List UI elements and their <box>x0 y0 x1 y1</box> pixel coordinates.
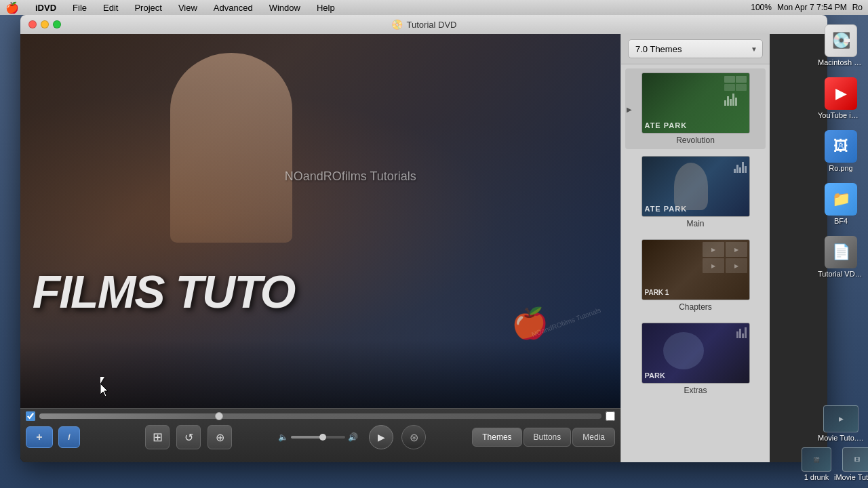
play-icon: ▶ <box>378 432 385 443</box>
loop-button[interactable]: ↺ <box>176 425 201 449</box>
desktop-icon-bf4[interactable]: 📁 BF4 <box>816 180 865 228</box>
app-window: 📀 Tutorial DVD FILMS TUTO NOandROfilms T… <box>20 15 827 462</box>
bottom-icon-movie-tuto[interactable]: ▶ Movie Tuto...mp4 <box>818 405 864 442</box>
theme-item-chapters[interactable]: PARK 1 ▶ ▶ ▶ ▶ Chapters <box>625 235 766 316</box>
spinner-icon: ⊛ <box>410 431 418 444</box>
minimize-button[interactable] <box>41 20 49 28</box>
volume-min-icon: 🔈 <box>278 432 288 442</box>
bottom-icons-row: 🎬 1 drunk 🎞 iMovie Tuto...mp4 <box>802 447 868 481</box>
volume-section: 🔈 🔊 <box>278 432 358 442</box>
video-preview[interactable]: FILMS TUTO NOandROfilms Tutorials 🍎 NOan… <box>20 34 620 408</box>
map-icon: ⊞ <box>153 430 163 445</box>
add-button[interactable]: + <box>26 426 53 448</box>
menu-view[interactable]: View <box>176 1 200 14</box>
themes-panel: 7.0 Themes 6.0 Themes 5.0 Themes ▼ ▶ <box>620 34 770 462</box>
app-menu-idvd[interactable]: iDVD <box>33 1 59 14</box>
progress-checkbox-right[interactable] <box>606 411 615 421</box>
close-button[interactable] <box>28 20 37 28</box>
bottom-icon-imovie[interactable]: 🎞 iMovie Tuto...mp4 <box>834 447 868 481</box>
transport-controls: ⊞ ↺ ⊕ <box>145 425 232 449</box>
video-watermark: NOandROfilms Tutorials <box>285 169 416 183</box>
menu-project[interactable]: Project <box>132 1 164 14</box>
themes-dropdown[interactable]: 7.0 Themes 6.0 Themes 5.0 Themes <box>628 39 763 58</box>
theme-selected-arrow: ▶ <box>627 105 632 113</box>
info-button[interactable]: i <box>58 426 80 448</box>
ro-png-icon: 🖼 <box>825 130 857 163</box>
loop-icon: ↺ <box>184 431 193 444</box>
youtube-label: YouTube images <box>818 111 864 119</box>
theme-thumbnail-extras: PARK <box>642 323 750 384</box>
dvd-icon: 📀 <box>391 19 403 30</box>
play-button[interactable]: ▶ <box>369 425 393 449</box>
revolution-label: Revolution <box>676 136 715 145</box>
video-section: FILMS TUTO NOandROfilms Tutorials 🍎 NOan… <box>20 34 620 462</box>
main-label: Main <box>686 219 704 228</box>
desktop-icon-youtube[interactable]: ▶ YouTube images <box>816 75 865 122</box>
themes-dropdown-wrapper: 7.0 Themes 6.0 Themes 5.0 Themes ▼ <box>628 39 763 58</box>
datetime: Mon Apr 7 7:54 PM <box>777 3 847 12</box>
desktop-icon-macintosh-hd[interactable]: 💽 Macintosh HD <box>816 22 865 69</box>
tab-buttons[interactable]: Buttons <box>524 428 572 447</box>
maximize-button[interactable] <box>53 20 61 28</box>
settings-icon: ⊕ <box>216 431 224 444</box>
themes-list[interactable]: ▶ ATE PARK <box>621 64 770 462</box>
theme-item-main[interactable]: ATE PARK Main <box>625 152 766 232</box>
revolution-thumb-bg: ATE PARK <box>642 73 749 133</box>
map-button[interactable]: ⊞ <box>145 425 170 449</box>
titlebar: 📀 Tutorial DVD <box>20 15 827 34</box>
controls-row: + i ⊞ <box>26 425 615 449</box>
user-name: Ro <box>852 3 863 12</box>
extras-thumb-bg: PARK <box>642 323 749 383</box>
tab-themes[interactable]: Themes <box>472 428 521 447</box>
theme-item-revolution[interactable]: ▶ ATE PARK <box>625 68 766 149</box>
menubar: 🍎 iDVD File Edit Project View Advanced W… <box>0 0 868 15</box>
themes-header: 7.0 Themes 6.0 Themes 5.0 Themes ▼ <box>621 34 770 64</box>
video-controls: + i ⊞ <box>20 408 620 462</box>
progress-thumb[interactable] <box>215 412 223 420</box>
imovie-label: iMovie Tuto...mp4 <box>834 473 868 481</box>
theme-thumbnail-chapters: PARK 1 ▶ ▶ ▶ ▶ <box>642 239 750 300</box>
apple-menu[interactable]: 🍎 <box>5 1 19 14</box>
battery-indicator: 100% <box>751 3 772 12</box>
bottom-icon-drunk[interactable]: 🎬 1 drunk <box>802 447 831 481</box>
tab-media[interactable]: Media <box>572 428 615 447</box>
volume-max-icon: 🔊 <box>348 432 358 442</box>
menu-window[interactable]: Window <box>267 1 303 14</box>
window-title: Tutorial DVD <box>407 20 457 30</box>
menu-edit[interactable]: Edit <box>100 1 121 14</box>
desktop-icon-ro-png[interactable]: 🖼 Ro.png <box>816 127 865 175</box>
apple-logo-overlay: 🍎 <box>511 306 549 341</box>
menu-file[interactable]: File <box>70 1 90 14</box>
theme-item-extras[interactable]: PARK Extras <box>625 319 766 399</box>
bf4-label: BF4 <box>834 217 848 225</box>
drunk-thumbnail: 🎬 <box>802 447 831 472</box>
movie-tuto-label: Movie Tuto...mp4 <box>818 434 864 442</box>
progress-checkbox-left[interactable] <box>26 411 35 421</box>
tutorial-dvdproj-icon: 📄 <box>825 236 857 268</box>
progress-bar-row <box>26 411 615 421</box>
theme-thumbnail-main: ATE PARK <box>642 156 750 217</box>
progress-track[interactable] <box>39 413 601 419</box>
volume-slider[interactable] <box>291 436 345 439</box>
settings-button[interactable]: ⊕ <box>208 425 232 449</box>
window-title-area: 📀 Tutorial DVD <box>391 19 457 30</box>
youtube-icon: ▶ <box>825 77 857 110</box>
menubar-right: 100% Mon Apr 7 7:54 PM Ro <box>751 3 863 12</box>
tabs-section: Themes Buttons Media <box>472 428 615 447</box>
video-text-overlay: FILMS TUTO <box>33 268 295 314</box>
window-controls <box>28 20 61 28</box>
chapters-label: Chapters <box>679 302 712 312</box>
extras-label: Extras <box>684 386 707 395</box>
content-area: FILMS TUTO NOandROfilms Tutorials 🍎 NOan… <box>20 34 827 462</box>
chapters-thumb-bg: PARK 1 ▶ ▶ ▶ ▶ <box>642 240 749 300</box>
macintosh-hd-icon: 💽 <box>825 24 857 57</box>
volume-thumb <box>319 434 326 441</box>
bf4-icon: 📁 <box>825 183 857 216</box>
menu-advanced[interactable]: Advanced <box>211 1 256 14</box>
macintosh-hd-label: Macintosh HD <box>818 58 864 66</box>
theme-thumbnail-revolution: ATE PARK <box>642 73 750 134</box>
menu-help[interactable]: Help <box>314 1 338 14</box>
spinner-button[interactable]: ⊛ <box>401 425 426 449</box>
movie-tuto-thumbnail: ▶ <box>823 405 859 432</box>
desktop-icon-tutorial-dvdproj[interactable]: 📄 Tutorial VD.dvdproj <box>816 233 865 281</box>
